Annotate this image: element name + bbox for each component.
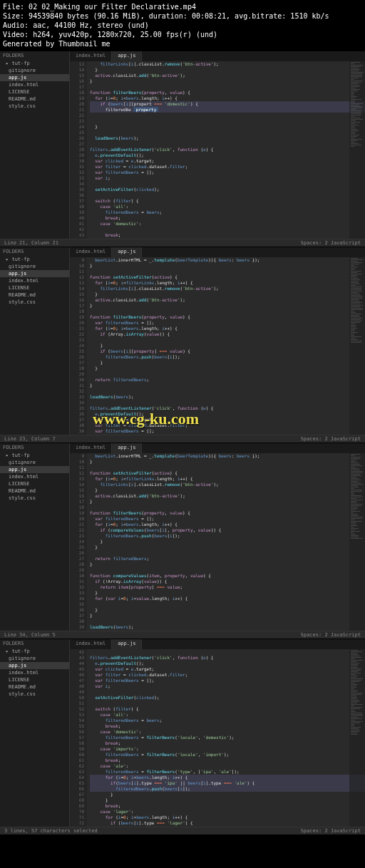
file-item[interactable]: app.js bbox=[0, 270, 69, 277]
code-line[interactable] bbox=[90, 227, 365, 232]
folder-item[interactable]: ▸ tut-fp bbox=[0, 60, 69, 67]
code-line[interactable]: } bbox=[90, 562, 365, 567]
file-item[interactable]: README.md bbox=[0, 683, 69, 691]
code-line[interactable]: var filter = clicked.dataset.filter; bbox=[90, 423, 365, 428]
code-line[interactable]: beerList.innerHTML = _.template(beerTemp… bbox=[90, 257, 365, 263]
file-item[interactable]: style.css bbox=[0, 691, 69, 698]
file-item[interactable]: index.html bbox=[0, 669, 69, 676]
code-line[interactable]: function setActiveFilter(active) { bbox=[90, 274, 365, 280]
code-line[interactable]: var filteredBeers = []; bbox=[90, 320, 365, 326]
code-line[interactable]: filteredBeers = beers; bbox=[90, 210, 365, 215]
code-line[interactable]: var i; bbox=[90, 175, 365, 181]
code-line[interactable]: setActiveFilter(clicked); bbox=[90, 695, 365, 701]
code-line[interactable] bbox=[90, 84, 365, 90]
code-line[interactable]: function filterBeers(property, value) { bbox=[90, 510, 365, 516]
code-line[interactable]: function setActiveFilter(active) { bbox=[90, 470, 365, 476]
code-line[interactable]: } bbox=[90, 797, 365, 803]
code-line[interactable]: for (i=0; i<filterLinks.length; i++) { bbox=[90, 476, 365, 482]
code-line[interactable] bbox=[90, 192, 365, 198]
code-line[interactable] bbox=[90, 181, 365, 187]
code-line[interactable]: filteredBe property bbox=[90, 107, 365, 113]
code-line[interactable] bbox=[90, 309, 365, 314]
code-line[interactable]: e.preventDefault(); bbox=[90, 153, 365, 158]
code-line[interactable]: case 'lager': bbox=[90, 809, 365, 815]
file-item[interactable]: README.md bbox=[0, 487, 69, 495]
code-line[interactable]: filteredBeers = filterBeers('type', ['ip… bbox=[90, 769, 365, 775]
code-line[interactable]: filterLinks[i].classList.remove('btn-act… bbox=[90, 482, 365, 487]
code-line[interactable]: for (i=0; i<beers.length; i++) { bbox=[90, 326, 365, 331]
code-line[interactable]: active.classList.add('btn-active'); bbox=[90, 297, 365, 303]
code-line[interactable]: case 'domestic': bbox=[90, 729, 365, 735]
file-item[interactable]: gitignore bbox=[0, 655, 69, 662]
minimap[interactable] bbox=[349, 61, 365, 247]
code-line[interactable]: function compareValues(item, property, v… bbox=[90, 573, 365, 579]
code-line[interactable]: if (beers[i].type === 'lager') { bbox=[90, 820, 365, 826]
code-line[interactable] bbox=[90, 619, 365, 624]
code-line[interactable]: for (i=0; i<beers.length; i++) { bbox=[90, 95, 365, 101]
code-line[interactable]: break; bbox=[90, 740, 365, 746]
code-line[interactable]: for (i=0; i<beers.length; i++) { bbox=[90, 522, 365, 527]
code-line[interactable]: } bbox=[90, 792, 365, 797]
code-line[interactable]: var filteredBeers = []; bbox=[90, 678, 365, 683]
code-line[interactable]: case 'domestic': bbox=[90, 221, 365, 227]
tab[interactable]: index.html bbox=[70, 443, 112, 453]
code-line[interactable]: } bbox=[90, 499, 365, 505]
code-line[interactable]: } bbox=[90, 343, 365, 348]
code-line[interactable]: loadBeers(beers); bbox=[90, 135, 365, 141]
code-area[interactable]: 9101112131415161718192021222324252627282… bbox=[70, 257, 365, 443]
code-line[interactable] bbox=[90, 701, 365, 706]
code-line[interactable]: break; bbox=[90, 215, 365, 221]
code-line[interactable]: var i; bbox=[90, 683, 365, 689]
code-line[interactable]: } bbox=[90, 607, 365, 613]
code-area[interactable]: 9101112131415161718192021222324252627282… bbox=[70, 453, 365, 639]
code-line[interactable]: } bbox=[90, 124, 365, 130]
code-line[interactable]: case 'all': bbox=[90, 712, 365, 718]
code-lines[interactable]: filters.addEventListener('click', functi… bbox=[87, 649, 365, 835]
code-line[interactable]: } bbox=[90, 366, 365, 371]
file-item[interactable]: index.html bbox=[0, 81, 69, 88]
tab[interactable]: app.js bbox=[112, 443, 142, 453]
file-item[interactable]: LICENSE bbox=[0, 88, 69, 95]
code-lines[interactable]: filterLinks[i].classList.remove('btn-act… bbox=[87, 61, 365, 247]
code-line[interactable]: active.classList.add('btn-active'); bbox=[90, 73, 365, 78]
code-line[interactable] bbox=[90, 567, 365, 573]
code-line[interactable]: } bbox=[90, 487, 365, 493]
code-line[interactable]: filteredBeers.push(beers[i]); bbox=[90, 354, 365, 360]
code-line[interactable]: var filter = clicked.dataset.filter; bbox=[90, 672, 365, 678]
code-line[interactable]: if (beers[i][property] === value) { bbox=[90, 348, 365, 354]
code-line[interactable]: active.classList.add('btn-active'); bbox=[90, 493, 365, 499]
code-line[interactable]: filteredBeers.push(beers[i]); bbox=[90, 786, 365, 792]
code-line[interactable]: filters.addEventListener('click', functi… bbox=[90, 655, 365, 661]
code-line[interactable]: } bbox=[90, 383, 365, 388]
code-line[interactable]: if(beers[i].type === 'ipa' || beers[i].t… bbox=[90, 780, 365, 786]
code-line[interactable] bbox=[90, 465, 365, 470]
code-line[interactable]: case 'all': bbox=[90, 204, 365, 210]
file-item[interactable]: gitignore bbox=[0, 263, 69, 270]
file-item[interactable]: gitignore bbox=[0, 459, 69, 466]
code-line[interactable]: filteredBeers = filterBeers('locale', 'd… bbox=[90, 735, 365, 740]
code-line[interactable]: return filteredBeers; bbox=[90, 377, 365, 383]
code-line[interactable]: break; bbox=[90, 723, 365, 729]
code-line[interactable]: break; bbox=[90, 758, 365, 763]
code-line[interactable] bbox=[90, 388, 365, 394]
code-line[interactable]: filterLinks[i].classList.remove('btn-act… bbox=[90, 286, 365, 291]
tab[interactable]: index.html bbox=[70, 51, 112, 61]
code-line[interactable]: } bbox=[90, 291, 365, 297]
minimap[interactable] bbox=[349, 257, 365, 443]
file-item[interactable]: app.js bbox=[0, 662, 69, 669]
code-line[interactable]: } bbox=[90, 78, 365, 84]
code-line[interactable]: if (beers[i][propert === 'domestic') { bbox=[90, 101, 365, 107]
code-lines[interactable]: beerList.innerHTML = _.template(beerTemp… bbox=[87, 257, 365, 443]
code-line[interactable]: } bbox=[90, 590, 365, 596]
code-line[interactable]: for (i=0; i<beers.length; i++) { bbox=[90, 775, 365, 780]
code-line[interactable]: beerList.innerHTML = _.template(beerTemp… bbox=[90, 453, 365, 459]
file-item[interactable]: README.md bbox=[0, 95, 69, 103]
code-area[interactable]: 4243444546474849505152535455565758596061… bbox=[70, 649, 365, 835]
code-line[interactable]: filters.addEventListener('click', functi… bbox=[90, 405, 365, 411]
code-line[interactable]: filteredBeers.push(beers[i]); bbox=[90, 533, 365, 539]
code-line[interactable]: e.preventDefault(); bbox=[90, 661, 365, 666]
code-line[interactable]: for (i=0; i<beers.length; i++) { bbox=[90, 815, 365, 820]
code-line[interactable]: e.preventDefault(); bbox=[90, 411, 365, 417]
folder-item[interactable]: ▸ tut-fp bbox=[0, 648, 69, 655]
code-line[interactable] bbox=[90, 371, 365, 377]
